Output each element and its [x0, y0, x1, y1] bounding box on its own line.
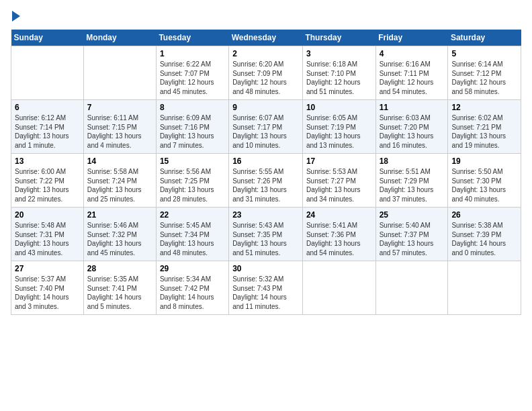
day-info: Sunrise: 5:37 AM Sunset: 7:40 PM Dayligh… — [15, 275, 80, 311]
day-info: Sunrise: 5:56 AM Sunset: 7:25 PM Dayligh… — [160, 167, 225, 203]
calendar-cell: 4Sunrise: 6:16 AM Sunset: 7:11 PM Daylig… — [375, 46, 448, 100]
calendar-week-row: 13Sunrise: 6:00 AM Sunset: 7:22 PM Dayli… — [11, 154, 521, 208]
day-info: Sunrise: 6:00 AM Sunset: 7:22 PM Dayligh… — [15, 167, 80, 203]
day-info: Sunrise: 6:02 AM Sunset: 7:21 PM Dayligh… — [451, 113, 517, 150]
calendar-cell: 8Sunrise: 6:09 AM Sunset: 7:16 PM Daylig… — [156, 100, 228, 154]
header-tuesday: Tuesday — [156, 30, 228, 46]
day-number: 10 — [306, 103, 372, 112]
calendar-cell: 6Sunrise: 6:12 AM Sunset: 7:14 PM Daylig… — [11, 100, 84, 154]
calendar-cell: 26Sunrise: 5:38 AM Sunset: 7:39 PM Dayli… — [448, 208, 521, 261]
calendar-week-row: 20Sunrise: 5:48 AM Sunset: 7:31 PM Dayli… — [11, 208, 521, 261]
day-info: Sunrise: 5:58 AM Sunset: 7:24 PM Dayligh… — [87, 167, 152, 203]
day-info: Sunrise: 5:35 AM Sunset: 7:41 PM Dayligh… — [87, 275, 152, 311]
day-info: Sunrise: 6:22 AM Sunset: 7:07 PM Dayligh… — [160, 60, 225, 96]
day-info: Sunrise: 5:38 AM Sunset: 7:39 PM Dayligh… — [451, 221, 517, 257]
calendar-cell: 10Sunrise: 6:05 AM Sunset: 7:19 PM Dayli… — [302, 100, 375, 154]
day-info: Sunrise: 5:51 AM Sunset: 7:29 PM Dayligh… — [380, 167, 445, 203]
calendar-cell: 21Sunrise: 5:46 AM Sunset: 7:32 PM Dayli… — [83, 208, 156, 261]
calendar-cell: 11Sunrise: 6:03 AM Sunset: 7:20 PM Dayli… — [375, 100, 448, 154]
calendar-cell: 28Sunrise: 5:35 AM Sunset: 7:41 PM Dayli… — [83, 261, 156, 315]
day-info: Sunrise: 6:09 AM Sunset: 7:16 PM Dayligh… — [160, 113, 225, 150]
calendar-cell: 3Sunrise: 6:18 AM Sunset: 7:10 PM Daylig… — [302, 46, 375, 100]
day-number: 6 — [15, 103, 80, 112]
calendar-cell: 16Sunrise: 5:55 AM Sunset: 7:26 PM Dayli… — [229, 154, 303, 208]
day-info: Sunrise: 6:14 AM Sunset: 7:12 PM Dayligh… — [451, 60, 517, 96]
calendar-cell — [83, 46, 156, 100]
day-info: Sunrise: 5:32 AM Sunset: 7:43 PM Dayligh… — [232, 275, 299, 311]
day-info: Sunrise: 6:05 AM Sunset: 7:19 PM Dayligh… — [306, 113, 372, 150]
calendar-cell — [448, 261, 521, 315]
header-wednesday: Wednesday — [229, 30, 303, 46]
calendar-cell: 29Sunrise: 5:34 AM Sunset: 7:42 PM Dayli… — [156, 261, 228, 315]
calendar-cell: 18Sunrise: 5:51 AM Sunset: 7:29 PM Dayli… — [375, 154, 448, 208]
day-number: 4 — [380, 49, 445, 58]
calendar-cell: 27Sunrise: 5:37 AM Sunset: 7:40 PM Dayli… — [11, 261, 84, 315]
day-info: Sunrise: 6:12 AM Sunset: 7:14 PM Dayligh… — [15, 113, 80, 150]
day-number: 7 — [87, 103, 152, 112]
day-number: 5 — [451, 49, 517, 58]
page-header — [11, 11, 521, 21]
calendar-cell: 20Sunrise: 5:48 AM Sunset: 7:31 PM Dayli… — [11, 208, 84, 261]
day-number: 20 — [15, 210, 80, 220]
calendar-cell: 17Sunrise: 5:53 AM Sunset: 7:27 PM Dayli… — [302, 154, 375, 208]
calendar-table: SundayMondayTuesdayWednesdayThursdayFrid… — [11, 30, 521, 315]
day-number: 12 — [451, 103, 517, 112]
day-number: 13 — [15, 156, 80, 166]
day-info: Sunrise: 5:45 AM Sunset: 7:34 PM Dayligh… — [160, 221, 225, 257]
day-info: Sunrise: 6:18 AM Sunset: 7:10 PM Dayligh… — [306, 60, 372, 96]
calendar-cell — [11, 46, 84, 100]
calendar-cell: 24Sunrise: 5:41 AM Sunset: 7:36 PM Dayli… — [302, 208, 375, 261]
day-number: 11 — [380, 103, 445, 112]
calendar-cell: 5Sunrise: 6:14 AM Sunset: 7:12 PM Daylig… — [448, 46, 521, 100]
calendar-cell: 30Sunrise: 5:32 AM Sunset: 7:43 PM Dayli… — [229, 261, 303, 315]
day-number: 29 — [160, 264, 225, 273]
header-sunday: Sunday — [11, 30, 84, 46]
day-number: 2 — [232, 49, 299, 58]
calendar-cell: 15Sunrise: 5:56 AM Sunset: 7:25 PM Dayli… — [156, 154, 228, 208]
day-number: 14 — [87, 156, 152, 166]
calendar-header-row: SundayMondayTuesdayWednesdayThursdayFrid… — [11, 30, 521, 46]
day-number: 19 — [451, 156, 517, 166]
header-friday: Friday — [375, 30, 448, 46]
calendar-cell: 7Sunrise: 6:11 AM Sunset: 7:15 PM Daylig… — [83, 100, 156, 154]
day-info: Sunrise: 6:07 AM Sunset: 7:17 PM Dayligh… — [232, 113, 299, 150]
day-number: 27 — [15, 264, 80, 273]
calendar-cell: 12Sunrise: 6:02 AM Sunset: 7:21 PM Dayli… — [448, 100, 521, 154]
day-number: 25 — [380, 210, 445, 220]
day-info: Sunrise: 5:48 AM Sunset: 7:31 PM Dayligh… — [15, 221, 80, 257]
logo-arrow-icon — [12, 11, 20, 21]
day-info: Sunrise: 5:46 AM Sunset: 7:32 PM Dayligh… — [87, 221, 152, 257]
day-info: Sunrise: 5:40 AM Sunset: 7:37 PM Dayligh… — [380, 221, 445, 257]
calendar-cell: 13Sunrise: 6:00 AM Sunset: 7:22 PM Dayli… — [11, 154, 84, 208]
day-info: Sunrise: 6:16 AM Sunset: 7:11 PM Dayligh… — [380, 60, 445, 96]
day-info: Sunrise: 5:34 AM Sunset: 7:42 PM Dayligh… — [160, 275, 225, 311]
day-number: 26 — [451, 210, 517, 220]
day-number: 23 — [232, 210, 299, 220]
day-number: 21 — [87, 210, 152, 220]
day-info: Sunrise: 5:43 AM Sunset: 7:35 PM Dayligh… — [232, 221, 299, 257]
day-number: 30 — [232, 264, 299, 273]
calendar-week-row: 1Sunrise: 6:22 AM Sunset: 7:07 PM Daylig… — [11, 46, 521, 100]
calendar-cell: 22Sunrise: 5:45 AM Sunset: 7:34 PM Dayli… — [156, 208, 228, 261]
header-thursday: Thursday — [302, 30, 375, 46]
day-number: 17 — [306, 156, 372, 166]
day-info: Sunrise: 5:55 AM Sunset: 7:26 PM Dayligh… — [232, 167, 299, 203]
day-info: Sunrise: 6:11 AM Sunset: 7:15 PM Dayligh… — [87, 113, 152, 150]
header-monday: Monday — [83, 30, 156, 46]
calendar-cell: 9Sunrise: 6:07 AM Sunset: 7:17 PM Daylig… — [229, 100, 303, 154]
day-number: 1 — [160, 49, 225, 58]
day-number: 28 — [87, 264, 152, 273]
day-info: Sunrise: 5:53 AM Sunset: 7:27 PM Dayligh… — [306, 167, 372, 203]
calendar-cell — [302, 261, 375, 315]
day-number: 24 — [306, 210, 372, 220]
day-number: 8 — [160, 103, 225, 112]
day-number: 15 — [160, 156, 225, 166]
calendar-cell — [375, 261, 448, 315]
day-info: Sunrise: 5:50 AM Sunset: 7:30 PM Dayligh… — [451, 167, 517, 203]
day-number: 3 — [306, 49, 372, 58]
calendar-week-row: 6Sunrise: 6:12 AM Sunset: 7:14 PM Daylig… — [11, 100, 521, 154]
logo — [11, 11, 20, 21]
calendar-cell: 2Sunrise: 6:20 AM Sunset: 7:09 PM Daylig… — [229, 46, 303, 100]
calendar-cell: 14Sunrise: 5:58 AM Sunset: 7:24 PM Dayli… — [83, 154, 156, 208]
calendar-cell: 25Sunrise: 5:40 AM Sunset: 7:37 PM Dayli… — [375, 208, 448, 261]
